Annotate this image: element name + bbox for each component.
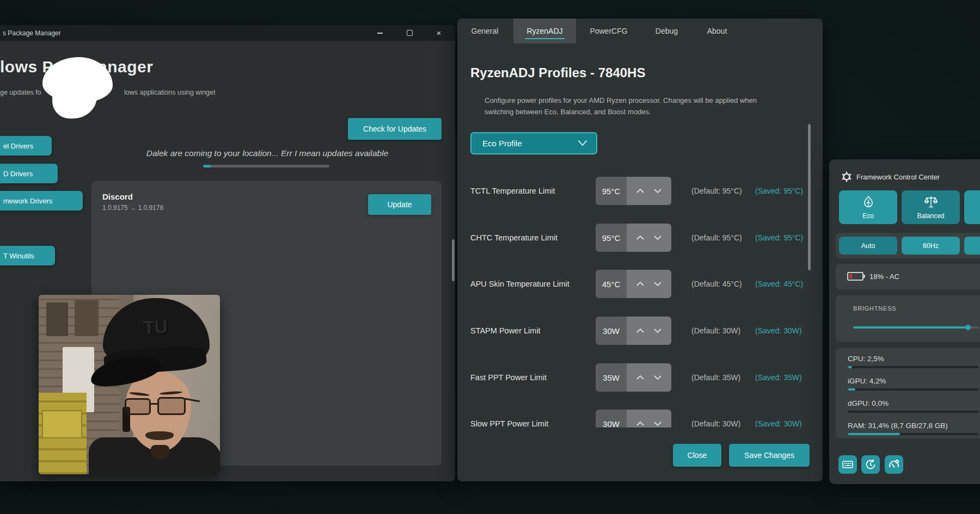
- mode-button-balanced[interactable]: Balanced: [902, 190, 960, 224]
- tab-debug[interactable]: Debug: [654, 18, 679, 44]
- increment-button[interactable]: [636, 281, 645, 287]
- check-for-updates-button[interactable]: Check for Updates: [348, 118, 442, 140]
- setting-label: TCTL Temperature Limit: [470, 177, 555, 205]
- update-button[interactable]: Update: [368, 194, 431, 215]
- minimize-button[interactable]: [369, 26, 391, 40]
- spinner-buttons: [627, 410, 671, 428]
- battery-status-text: 18% - AC: [869, 264, 899, 289]
- desktop: s Package Manager × lows P anager ge upd…: [0, 0, 980, 514]
- battery-icon: [847, 272, 863, 281]
- sidebar-item-framework-drivers[interactable]: mework Drivers: [0, 191, 83, 210]
- close-icon: ×: [437, 29, 442, 37]
- increment-button[interactable]: [636, 421, 645, 426]
- person-goatee: [151, 445, 169, 459]
- decrement-button[interactable]: [653, 328, 662, 333]
- panel-title: Framework Control Center: [856, 173, 940, 181]
- ram-usage-label: RAM: 31,4% (8,7 GB/27,8 GB): [848, 422, 948, 430]
- brightness-slider[interactable]: [853, 326, 978, 329]
- igpu-usage-bar: [848, 388, 978, 391]
- ram-usage-bar: [848, 433, 978, 435]
- battery-card: 18% - AC: [836, 264, 980, 289]
- scales-icon: [924, 195, 938, 210]
- setting-row: Slow PPT Power Limit 30W (Default: 30W) …: [457, 410, 811, 428]
- performance-tuning-button[interactable]: [885, 455, 903, 474]
- cpu-usage-label: CPU: 2,5%: [848, 355, 884, 363]
- profile-dropdown[interactable]: Eco Profile: [470, 132, 597, 154]
- mode-button-partial[interactable]: [964, 190, 980, 224]
- system-stats-card: CPU: 2,5% iGPU: 4,2% dGPU: 0,0% RAM: 31,…: [836, 348, 980, 438]
- keyboard-settings-button[interactable]: [838, 455, 857, 474]
- settings-scroll-area: TCTL Temperature Limit 95°C (Default: 95…: [457, 163, 811, 428]
- decrement-button[interactable]: [653, 421, 662, 426]
- package-version-change: 1.0.9175 → 1.0.9178: [102, 204, 163, 212]
- setting-default: (Default: 95°C): [691, 177, 742, 205]
- maximize-icon: [407, 30, 413, 36]
- spinner-buttons: [627, 363, 671, 392]
- setting-saved: (Saved: 95°C): [755, 177, 803, 205]
- igpu-usage-fill: [848, 388, 855, 391]
- webcam-background-window: [46, 302, 68, 336]
- refresh-button-auto[interactable]: Auto: [839, 237, 897, 255]
- framework-control-center-panel: Framework Control Center Eco Balanced: [829, 159, 980, 484]
- increment-button[interactable]: [636, 375, 645, 380]
- refresh-rate-card: Auto 60Hz: [836, 233, 980, 258]
- webcam-background-crate: [42, 410, 82, 438]
- increment-button[interactable]: [636, 235, 645, 240]
- setting-spinner: 95°C: [596, 177, 671, 205]
- ryzenadj-scrollbar-thumb[interactable]: [808, 124, 811, 270]
- package-name: Discord: [102, 192, 133, 201]
- left-window-scrollbar-thumb[interactable]: [452, 239, 455, 281]
- close-button[interactable]: ×: [427, 26, 450, 40]
- brightness-label: BRIGHTNESS: [853, 305, 897, 312]
- sidebar-item-ctt-winutils[interactable]: T Winutils: [0, 246, 55, 265]
- increment-button[interactable]: [636, 328, 645, 333]
- decrement-button[interactable]: [653, 235, 662, 240]
- setting-saved: (Saved: 30W): [755, 317, 802, 345]
- increment-button[interactable]: [636, 188, 645, 194]
- setting-label: STAPM Power Limit: [470, 317, 541, 345]
- refresh-button-60hz[interactable]: 60Hz: [902, 237, 960, 255]
- mode-button-eco[interactable]: Eco: [839, 190, 897, 224]
- decrement-button[interactable]: [653, 375, 662, 380]
- close-dialog-button[interactable]: Close: [673, 444, 721, 467]
- setting-saved: (Saved: 95°C): [755, 224, 803, 252]
- tab-about[interactable]: About: [707, 18, 727, 44]
- cap-logo: TU: [143, 316, 168, 338]
- tab-general[interactable]: General: [470, 18, 500, 44]
- history-clock-icon: [865, 459, 877, 470]
- setting-saved: (Saved: 30W): [755, 410, 802, 428]
- tab-powercfg[interactable]: PowerCFG: [588, 18, 629, 44]
- setting-saved: (Saved: 35W): [755, 363, 802, 392]
- glasses-bridge: [150, 403, 158, 405]
- setting-label: CHTC Temperature Limit: [470, 224, 558, 252]
- ryzenadj-window: General RyzenADJ PowerCFG Debug About Ry…: [457, 18, 823, 481]
- maximize-button[interactable]: [398, 26, 421, 40]
- save-changes-button[interactable]: Save Changes: [729, 444, 810, 467]
- cpu-usage-bar: [848, 366, 978, 368]
- setting-value: 30W: [596, 410, 627, 428]
- keyboard-icon: [842, 459, 854, 470]
- setting-default: (Default: 35W): [691, 363, 740, 392]
- setting-default: (Default: 45°C): [691, 270, 742, 298]
- setting-value: 35W: [596, 363, 627, 392]
- webcam-overlay: TU: [39, 295, 220, 474]
- window-title: s Package Manager: [3, 29, 61, 37]
- igpu-usage-label: iGPU: 4,2%: [848, 377, 886, 385]
- sidebar-item-amd-drivers[interactable]: D Drivers: [0, 164, 58, 183]
- decrement-button[interactable]: [653, 188, 662, 194]
- setting-row: STAPM Power Limit 30W (Default: 30W) (Sa…: [457, 317, 811, 345]
- brightness-slider-handle[interactable]: [965, 325, 971, 330]
- setting-row: Fast PPT Power Limit 35W (Default: 35W) …: [457, 363, 811, 392]
- page-subtitle-fragment-right: lows applications using winget: [124, 89, 215, 96]
- setting-row: CHTC Temperature Limit 95°C (Default: 95…: [457, 224, 811, 252]
- gauge-gear-icon: [888, 459, 900, 470]
- battery-fill: [849, 274, 852, 278]
- sidebar-item-intel-drivers[interactable]: el Drivers: [0, 136, 52, 156]
- setting-label: APU Skin Temperature Limit: [470, 270, 569, 298]
- setting-spinner: 30W: [596, 410, 671, 428]
- decrement-button[interactable]: [653, 281, 662, 287]
- history-button[interactable]: [861, 455, 880, 474]
- glasses-lens: [125, 398, 151, 415]
- refresh-button-partial[interactable]: [964, 237, 980, 255]
- tab-ryzenadj[interactable]: RyzenADJ: [513, 18, 576, 44]
